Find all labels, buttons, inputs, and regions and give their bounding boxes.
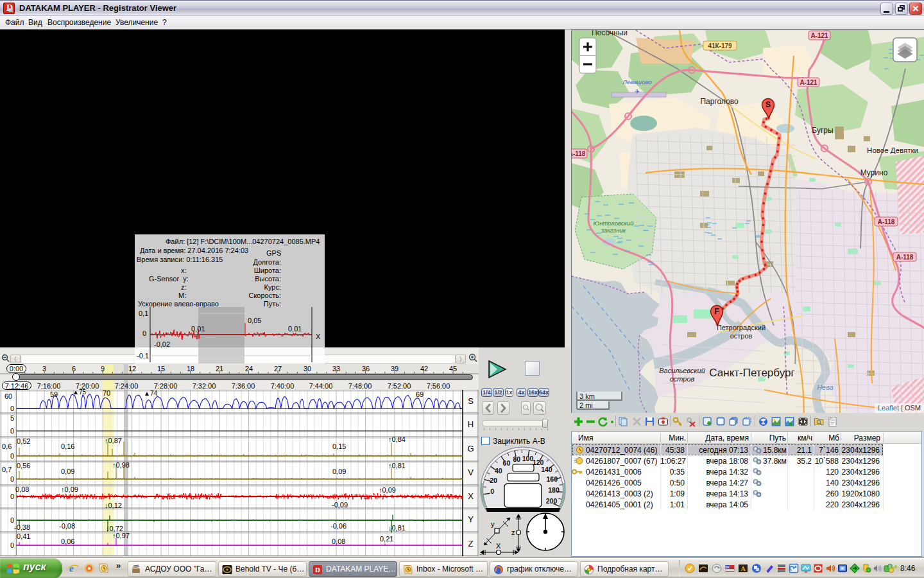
svg-text:Санкт-Петербург: Санкт-Петербург [709,367,794,379]
svg-text:80: 80 [513,455,520,463]
svg-text:Левашово: Левашово [622,78,651,85]
svg-text:А-118: А-118 [572,150,586,157]
svg-text:Нева: Нева [817,383,834,391]
svg-text:А-118: А-118 [878,218,895,225]
svg-text:Петроградский: Петроградский [717,324,766,331]
svg-text:D: D [315,566,320,574]
svg-text:180: 180 [548,486,560,494]
svg-text:Мурино: Мурино [860,168,888,177]
svg-text:Парголово: Парголово [700,97,739,106]
svg-text:A: A [740,565,746,572]
svg-text:А-121: А-121 [800,79,817,86]
svg-text:А-118: А-118 [896,254,914,261]
svg-text:40: 40 [495,467,502,475]
svg-text:Юнтоловский: Юнтоловский [593,220,634,227]
svg-text:А-121: А-121 [810,32,828,39]
svg-text:y: y [491,520,495,528]
svg-text:0: 0 [490,487,494,495]
svg-text:60: 60 [503,459,511,467]
svg-text:41К-179: 41К-179 [708,42,732,49]
svg-text:e: e [69,563,74,574]
svg-text:остров: остров [670,375,695,383]
svg-text:S: S [766,100,771,109]
svg-text:F: F [714,307,719,316]
svg-text:20: 20 [490,477,497,484]
svg-text:200: 200 [546,497,558,505]
svg-text:Leaflet | OSM: Leaflet | OSM [878,404,921,412]
svg-text:z: z [511,529,515,536]
svg-text:3 km: 3 km [579,392,595,400]
svg-text:Песочный: Песочный [592,30,628,37]
svg-text:160: 160 [547,475,558,483]
svg-text:✈: ✈ [635,88,640,95]
svg-text:2 mi: 2 mi [579,401,593,409]
svg-text:Новое Девятки: Новое Девятки [867,146,918,154]
svg-text:Бугры: Бугры [812,126,833,135]
svg-text:X: X [496,542,501,550]
svg-text:140: 140 [541,466,552,473]
svg-text:остров: остров [730,332,753,340]
svg-text:100: 100 [522,455,534,462]
svg-text:заказник: заказник [601,227,626,234]
svg-text:Васильевский: Васильевский [659,367,705,374]
